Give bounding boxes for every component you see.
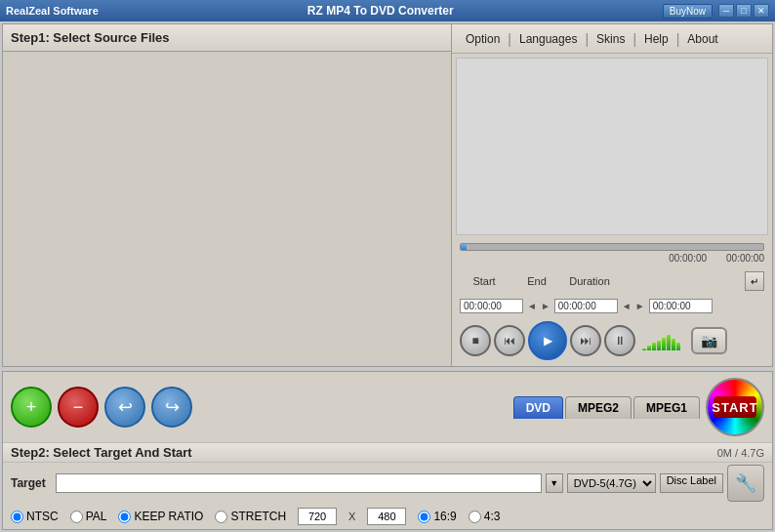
add-file-button[interactable]: +: [11, 387, 52, 428]
tab-mpeg2[interactable]: MPEG2: [565, 396, 632, 419]
play-button[interactable]: ▶: [528, 321, 567, 360]
ntsc-label: NTSC: [26, 510, 59, 523]
vol-bar-1: [642, 348, 646, 350]
tools-button[interactable]: 🔧: [727, 465, 764, 502]
target-row: Target ▼ DVD-5(4.7G) DVD-9(8.5G) Disc La…: [3, 463, 772, 504]
title-bar: RealZeal Software RZ MP4 To DVD Converte…: [0, 0, 775, 21]
next-button[interactable]: ⏭: [570, 325, 601, 356]
ratio-169-group: 16:9: [418, 510, 456, 523]
vol-bar-7: [672, 339, 675, 350]
bottom-section: + − ↩ ↪ DVD MPEG2 MPEG1 START Step2: Sel…: [2, 371, 773, 530]
minimize-button[interactable]: ─: [718, 4, 734, 18]
keep-ratio-radio-group: KEEP RATIO: [118, 510, 203, 523]
tab-dvd[interactable]: DVD: [513, 396, 563, 419]
buy-now-button[interactable]: BuyNow: [663, 4, 713, 19]
step2-title: Step2: Select Target And Start: [11, 445, 192, 460]
width-field[interactable]: [298, 508, 337, 525]
time-values-row: 00:00:00 ◄ ► 00:00:00 ◄ ► 00:00:00: [456, 297, 768, 315]
remove-file-button[interactable]: −: [58, 387, 99, 428]
keep-ratio-radio[interactable]: [118, 511, 131, 523]
right-panel: Option | Languages | Skins | Help | Abou…: [452, 24, 772, 366]
undo-button[interactable]: ↩: [104, 387, 145, 428]
vol-bar-5: [662, 338, 666, 350]
tab-mpeg1[interactable]: MPEG1: [633, 396, 700, 419]
stretch-radio[interactable]: [215, 511, 227, 523]
close-button[interactable]: ✕: [754, 4, 769, 18]
stretch-radio-group: STRETCH: [215, 510, 286, 523]
app-name: RealZeal Software: [6, 5, 99, 17]
transport-section: Start End Duration ↵ 00:00:00 ◄ ► 00:00:…: [452, 266, 772, 366]
menu-about[interactable]: About: [681, 30, 723, 48]
total-time: 00:00:00: [726, 253, 764, 264]
vol-bar-4: [657, 341, 661, 350]
left-panel: Step1: Select Source Files: [3, 24, 452, 366]
pal-radio-group: PAL: [70, 510, 107, 523]
maximize-button[interactable]: □: [736, 4, 752, 18]
ratio-43-radio[interactable]: [469, 511, 481, 523]
keep-ratio-label: KEEP RATIO: [134, 510, 203, 523]
enter-button[interactable]: ↵: [745, 271, 764, 291]
progress-bar-fill: [461, 244, 467, 250]
menu-help[interactable]: Help: [638, 30, 674, 48]
progress-area: 00:00:00 00:00:00: [452, 239, 772, 266]
format-tabs: DVD MPEG2 MPEG1: [513, 396, 700, 419]
progress-bar: [460, 243, 764, 251]
window-controls: BuyNow ─ □ ✕: [663, 4, 769, 19]
start-time-field[interactable]: 00:00:00: [460, 299, 523, 313]
start-prev-arrow[interactable]: ◄: [527, 301, 537, 311]
action-row: + − ↩ ↪ DVD MPEG2 MPEG1 START: [3, 372, 772, 443]
end-label: End: [512, 275, 561, 287]
vol-bar-8: [676, 343, 680, 350]
video-preview: [456, 58, 768, 235]
disc-type-select[interactable]: DVD-5(4.7G) DVD-9(8.5G): [567, 473, 656, 493]
start-button[interactable]: START: [706, 378, 764, 436]
vol-bar-3: [652, 343, 656, 350]
ratio-43-label: 4:3: [484, 510, 501, 523]
app-title: RZ MP4 To DVD Converter: [99, 4, 663, 18]
screenshot-button[interactable]: 📷: [691, 327, 727, 354]
prev-button[interactable]: ⏮: [494, 325, 525, 356]
start-label: Start: [460, 275, 509, 287]
target-browse-button[interactable]: ▼: [546, 473, 563, 493]
pal-label: PAL: [86, 510, 107, 523]
end-next-arrow[interactable]: ►: [635, 301, 645, 311]
left-panel-header: Step1: Select Source Files: [3, 24, 451, 52]
pause-button[interactable]: ⏸: [604, 325, 635, 356]
controls-row: ■ ⏮ ▶ ⏭ ⏸ �: [456, 319, 768, 362]
target-path-input[interactable]: [56, 473, 542, 493]
ratio-169-radio[interactable]: [418, 511, 430, 523]
x-separator: X: [348, 511, 355, 522]
start-label: START: [714, 396, 756, 418]
menu-bar: Option | Languages | Skins | Help | Abou…: [452, 24, 772, 54]
height-field[interactable]: [367, 508, 406, 525]
target-label: Target: [11, 476, 52, 490]
stretch-label: STRETCH: [230, 510, 286, 523]
disc-label-button[interactable]: Disc Label: [660, 473, 723, 493]
menu-option[interactable]: Option: [460, 30, 506, 48]
step2-header: Step2: Select Target And Start 0M / 4.7G: [3, 443, 772, 463]
menu-skins[interactable]: Skins: [591, 30, 631, 48]
time-row: Start End Duration ↵: [456, 269, 768, 293]
end-time-field[interactable]: 00:00:00: [554, 299, 618, 313]
vol-bar-2: [647, 346, 651, 350]
volume-indicator: [642, 331, 680, 350]
options-row: NTSC PAL KEEP RATIO STRETCH X 16:9: [3, 504, 772, 529]
time-display: 00:00:00 00:00:00: [456, 253, 768, 264]
pal-radio[interactable]: [70, 511, 83, 523]
duration-label: Duration: [565, 275, 614, 287]
file-list-area[interactable]: [3, 52, 451, 366]
duration-time-field[interactable]: 00:00:00: [649, 299, 713, 313]
ntsc-radio[interactable]: [11, 511, 23, 523]
storage-info: 0M / 4.7G: [717, 447, 764, 459]
ratio-169-label: 16:9: [433, 510, 456, 523]
vol-bar-6: [667, 335, 671, 350]
end-prev-arrow[interactable]: ◄: [622, 301, 632, 311]
menu-languages[interactable]: Languages: [513, 30, 583, 48]
ntsc-radio-group: NTSC: [11, 510, 59, 523]
stop-button[interactable]: ■: [460, 325, 491, 356]
top-section: Step1: Select Source Files Option | Lang…: [2, 23, 773, 367]
start-next-arrow[interactable]: ►: [541, 301, 551, 311]
ratio-43-group: 4:3: [469, 510, 501, 523]
redo-button[interactable]: ↪: [151, 387, 192, 428]
current-time: 00:00:00: [669, 253, 707, 264]
